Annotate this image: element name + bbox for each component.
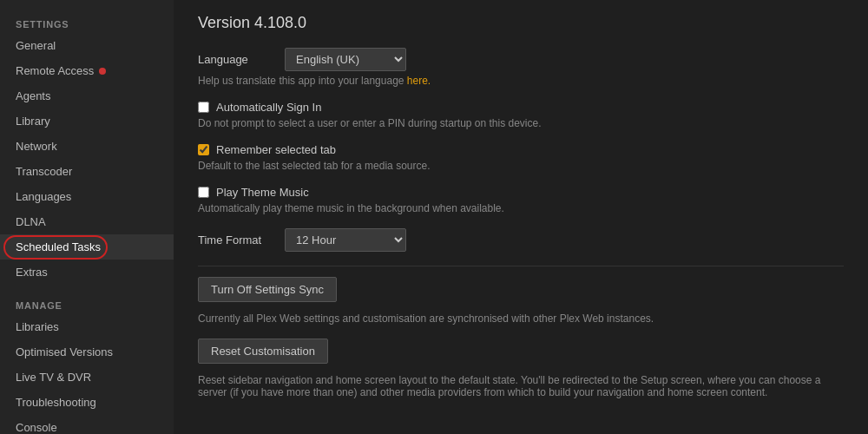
reset-section: Reset Customisation Reset sidebar naviga… xyxy=(198,339,844,398)
time-format-label: Time Format xyxy=(198,233,285,247)
sidebar-item-label: Transcoder xyxy=(16,165,72,178)
play-theme-checkbox[interactable] xyxy=(198,187,209,198)
sidebar-item-label: Scheduled Tasks xyxy=(16,240,101,253)
reset-help: Reset sidebar navigation and home screen… xyxy=(198,374,844,398)
sidebar-item-label: Languages xyxy=(16,190,71,203)
settings-section-label: Settings xyxy=(0,12,174,33)
sidebar-item-optimised-versions[interactable]: Optimised Versions xyxy=(0,339,174,365)
play-theme-section: Play Theme Music Automatically play them… xyxy=(198,186,844,214)
sync-section: Turn Off Settings Sync Currently all Ple… xyxy=(198,277,844,325)
play-theme-label[interactable]: Play Theme Music xyxy=(216,186,309,199)
sidebar-item-extras[interactable]: Extras xyxy=(0,260,174,285)
play-theme-row: Play Theme Music xyxy=(198,186,844,199)
play-theme-help: Automatically play theme music in the ba… xyxy=(198,202,844,214)
sidebar-item-library[interactable]: Library xyxy=(0,108,174,134)
sidebar-item-label: Troubleshooting xyxy=(16,396,96,409)
language-row: Language English (UK) English (US) Franç… xyxy=(198,48,844,71)
sidebar-item-general[interactable]: General xyxy=(0,33,174,58)
auto-sign-in-help: Do not prompt to select a user or enter … xyxy=(198,117,844,129)
remember-tab-row: Remember selected tab xyxy=(198,143,844,156)
language-select[interactable]: English (UK) English (US) Français Deuts… xyxy=(285,48,406,71)
sidebar-item-libraries[interactable]: Libraries xyxy=(0,314,174,339)
sidebar-item-label: Libraries xyxy=(16,320,59,333)
time-format-select[interactable]: 12 Hour 24 Hour xyxy=(285,228,406,252)
divider-1 xyxy=(198,266,844,266)
sidebar-item-label: Optimised Versions xyxy=(16,345,113,358)
language-help: Help us translate this app into your lan… xyxy=(198,75,844,87)
sidebar: Settings General Remote Access Agents Li… xyxy=(0,0,174,434)
language-section: Language English (UK) English (US) Franç… xyxy=(198,48,844,87)
auto-sign-in-checkbox[interactable] xyxy=(198,102,209,113)
time-format-row: Time Format 12 Hour 24 Hour xyxy=(198,228,844,252)
time-format-section: Time Format 12 Hour 24 Hour xyxy=(198,228,844,252)
auto-sign-in-section: Automatically Sign In Do not prompt to s… xyxy=(198,101,844,129)
sidebar-item-live-tv-dvr[interactable]: Live TV & DVR xyxy=(0,365,174,390)
language-link[interactable]: here. xyxy=(407,75,431,87)
sidebar-item-label: Agents xyxy=(16,89,50,102)
reset-button[interactable]: Reset Customisation xyxy=(198,339,328,364)
sidebar-item-scheduled-tasks[interactable]: Scheduled Tasks xyxy=(0,234,174,260)
remember-tab-label[interactable]: Remember selected tab xyxy=(216,143,336,156)
sidebar-item-console[interactable]: Console xyxy=(0,415,174,434)
language-label: Language xyxy=(198,53,285,66)
sidebar-item-label: Extras xyxy=(16,266,48,279)
sidebar-item-label: Live TV & DVR xyxy=(16,371,91,384)
alert-icon xyxy=(99,68,106,75)
sidebar-item-dlna[interactable]: DLNA xyxy=(0,209,174,234)
sidebar-item-agents[interactable]: Agents xyxy=(0,83,174,108)
turn-off-sync-button[interactable]: Turn Off Settings Sync xyxy=(198,277,337,302)
sync-help: Currently all Plex Web settings and cust… xyxy=(198,312,844,325)
manage-section-label: Manage xyxy=(0,293,174,314)
sidebar-item-remote-access[interactable]: Remote Access xyxy=(0,58,174,83)
sidebar-item-label: Console xyxy=(16,421,57,434)
version-title: Version 4.108.0 xyxy=(198,14,844,32)
sidebar-item-network[interactable]: Network xyxy=(0,134,174,159)
sidebar-item-label: DLNA xyxy=(16,215,46,228)
auto-sign-in-label[interactable]: Automatically Sign In xyxy=(216,101,321,114)
sidebar-item-languages[interactable]: Languages xyxy=(0,184,174,209)
remember-tab-section: Remember selected tab Default to the las… xyxy=(198,143,844,172)
auto-sign-in-row: Automatically Sign In xyxy=(198,101,844,114)
sidebar-item-troubleshooting[interactable]: Troubleshooting xyxy=(0,390,174,415)
main-content: Version 4.108.0 Language English (UK) En… xyxy=(174,0,868,434)
sidebar-item-transcoder[interactable]: Transcoder xyxy=(0,159,174,184)
sidebar-item-label: Remote Access xyxy=(16,64,94,77)
sidebar-item-label: Library xyxy=(16,115,50,128)
remember-tab-checkbox[interactable] xyxy=(198,144,209,155)
sidebar-item-label: General xyxy=(16,39,56,52)
sidebar-item-label: Network xyxy=(16,140,57,153)
remember-tab-help: Default to the last selected tab for a m… xyxy=(198,160,844,172)
